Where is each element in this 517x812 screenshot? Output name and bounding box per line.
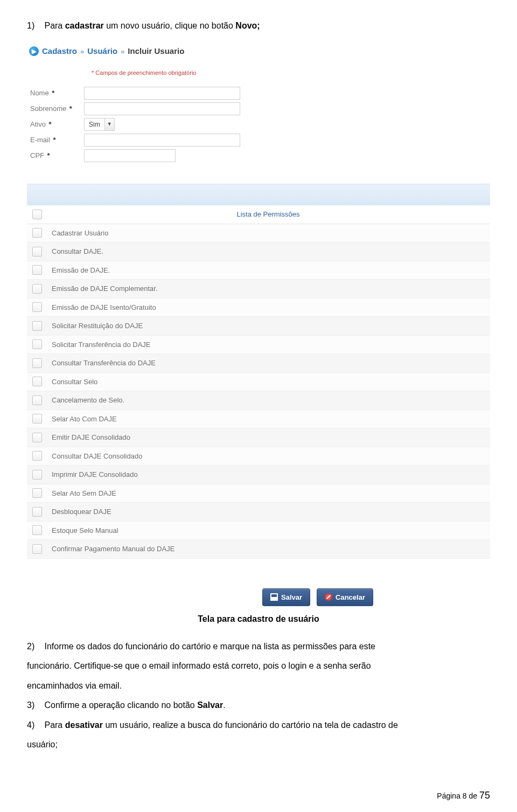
permission-checkbox[interactable]	[32, 525, 42, 535]
permission-label: Emissão de DAJE Isento/Gratuito	[52, 302, 156, 313]
permission-row: Imprimir DAJE Consolidado	[27, 466, 490, 484]
label-nome: Nome *	[30, 88, 84, 99]
permission-row: Consultar DAJE Consolidado	[27, 447, 490, 466]
permission-label: Consultar Selo	[52, 377, 97, 387]
permission-label: Selar Ato Com DAJE	[52, 414, 117, 425]
permission-checkbox[interactable]	[32, 302, 42, 312]
permission-row: Emitir DAJE Consolidado	[27, 428, 490, 447]
permission-label: Emissão de DAJE Complementar.	[52, 283, 158, 294]
permission-label: Consultar Transferência do DAJE	[52, 358, 156, 369]
checkbox-select-all[interactable]	[32, 210, 42, 219]
permission-checkbox[interactable]	[32, 228, 42, 238]
permission-label: Cancelamento de Selo.	[52, 395, 124, 406]
step2-line2: funcionário. Certifique-se que o email i…	[27, 658, 490, 674]
permission-label: Confirmar Pagamento Manual do DAJE	[52, 544, 174, 554]
input-sobrenome[interactable]	[84, 102, 240, 115]
form-screenshot: ▶ Cadastro » Usuário » Incluir Usuario *…	[27, 42, 490, 606]
permission-label: Desbloquear DAJE	[52, 506, 111, 517]
permission-checkbox[interactable]	[32, 451, 42, 461]
input-cpf[interactable]	[84, 149, 176, 162]
permission-checkbox[interactable]	[32, 377, 42, 386]
figure-caption: Tela para cadastro de usuário	[27, 613, 490, 626]
permission-row: Consultar Transferência do DAJE	[27, 354, 490, 373]
permission-row: Emissão de DAJE Complementar.	[27, 280, 490, 299]
label-email: E-mail *	[30, 135, 84, 145]
permission-row: Consultar DAJE.	[27, 242, 490, 261]
step4-line2: usuário;	[27, 737, 490, 753]
step1-text: 1) Para cadastrar um novo usuário, cliqu…	[27, 19, 490, 32]
cancel-button[interactable]: Cancelar	[317, 588, 373, 607]
breadcrumb: ▶ Cadastro » Usuário » Incluir Usuario	[27, 42, 490, 63]
permission-label: Emitir DAJE Consolidado	[52, 432, 130, 443]
permission-label: Estoque Selo Manual	[52, 525, 118, 536]
permission-row: Confirmar Pagamento Manual do DAJE	[27, 540, 490, 559]
step3-text: 3) Confirme a operação clicando no botão…	[27, 697, 490, 713]
section-divider-bar	[27, 184, 490, 205]
select-ativo[interactable]: Sim ▼	[84, 118, 115, 131]
permission-checkbox[interactable]	[32, 507, 42, 517]
permission-checkbox[interactable]	[32, 544, 42, 554]
permission-checkbox[interactable]	[32, 488, 42, 498]
action-buttons: Salvar Cancelar	[145, 588, 490, 607]
permission-row: Desbloquear DAJE	[27, 503, 490, 522]
input-nome[interactable]	[84, 87, 240, 100]
breadcrumb-part-cadastro[interactable]: Cadastro	[42, 45, 77, 58]
permission-checkbox[interactable]	[32, 414, 42, 424]
permission-row: Estoque Selo Manual	[27, 522, 490, 540]
permission-row: Selar Ato Com DAJE	[27, 410, 490, 429]
breadcrumb-current: Incluir Usuario	[128, 45, 184, 58]
breadcrumb-part-usuario[interactable]: Usuário	[87, 45, 117, 58]
breadcrumb-icon: ▶	[29, 46, 39, 56]
permission-label: Emissão de DAJE.	[52, 265, 110, 276]
permission-checkbox[interactable]	[32, 395, 42, 405]
permission-checkbox[interactable]	[32, 339, 42, 349]
label-sobrenome: Sobrenome *	[30, 103, 84, 114]
permission-checkbox[interactable]	[32, 433, 42, 442]
permission-row: Cancelamento de Selo.	[27, 391, 490, 410]
permissions-header-title: Lista de Permissões	[52, 209, 485, 220]
permission-row: Emissão de DAJE.	[27, 261, 490, 280]
permission-checkbox[interactable]	[32, 265, 42, 275]
permission-checkbox[interactable]	[32, 358, 42, 368]
chevron-down-icon[interactable]: ▼	[104, 119, 114, 130]
label-ativo: Ativo *	[30, 119, 84, 130]
permission-row: Emissão de DAJE Isento/Gratuito	[27, 299, 490, 317]
permission-checkbox[interactable]	[32, 284, 42, 294]
save-button[interactable]: Salvar	[262, 588, 310, 607]
permissions-header-row: Lista de Permissões	[27, 205, 490, 224]
permission-label: Solicitar Restituição do DAJE	[52, 321, 143, 331]
permission-row: Solicitar Transferência do DAJE	[27, 336, 490, 355]
permission-checkbox[interactable]	[32, 321, 42, 331]
save-icon	[270, 593, 278, 601]
cancel-icon	[325, 593, 332, 601]
permission-row: Selar Ato Sem DAJE	[27, 484, 490, 503]
permission-label: Consultar DAJE.	[52, 246, 103, 257]
required-fields-note: * Campos de preenchimento obrigatório	[92, 68, 490, 78]
permission-label: Consultar DAJE Consolidado	[52, 451, 142, 462]
permission-label: Solicitar Transferência do DAJE	[52, 339, 151, 350]
permission-row: Solicitar Restituição do DAJE	[27, 317, 490, 336]
page-footer: Página 8 de 75	[0, 767, 517, 812]
step4-line1: 4) Para desativar um usuário, realize a …	[27, 717, 490, 733]
permission-label: Selar Ato Sem DAJE	[52, 488, 116, 499]
permission-checkbox[interactable]	[32, 247, 42, 256]
permission-label: Imprimir DAJE Consolidado	[52, 469, 138, 480]
permission-checkbox[interactable]	[32, 470, 42, 480]
permission-label: Cadastrar Usuário	[52, 228, 109, 239]
permission-row: Consultar Selo	[27, 373, 490, 392]
step2-line1: 2) Informe os dados do funcionário do ca…	[27, 639, 490, 655]
label-cpf: CPF *	[30, 150, 84, 161]
permission-row: Cadastrar Usuário	[27, 224, 490, 243]
input-email[interactable]	[84, 134, 240, 147]
step2-line3: encaminhados via email.	[27, 678, 490, 694]
permissions-table: Lista de Permissões Cadastrar UsuárioCon…	[27, 205, 490, 559]
